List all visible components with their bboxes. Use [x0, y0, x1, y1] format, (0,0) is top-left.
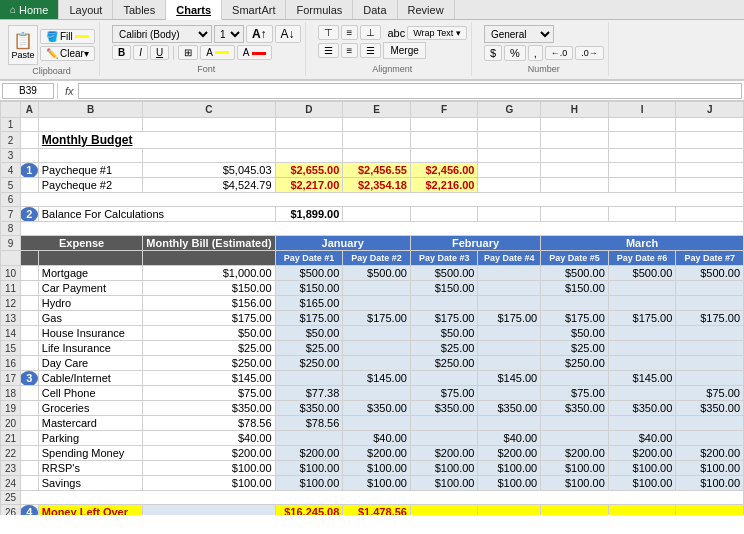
cell-1c[interactable] [143, 118, 275, 132]
cell-11j[interactable] [676, 281, 744, 296]
cell-20e[interactable] [343, 416, 411, 431]
cell-20a[interactable] [20, 416, 38, 431]
merge-button[interactable]: Merge [383, 42, 425, 59]
cell-15j[interactable] [676, 341, 744, 356]
cell-5e[interactable]: $2,354.18 [343, 178, 411, 193]
cell-3f[interactable] [410, 149, 478, 163]
cell-4c[interactable]: $5,045.03 [143, 163, 275, 178]
cell-15e[interactable] [343, 341, 411, 356]
cell-22d[interactable]: $200.00 [275, 446, 343, 461]
cell-24h[interactable]: $100.00 [541, 476, 609, 491]
cell-17f[interactable] [410, 371, 478, 386]
col-header-a[interactable]: A [20, 102, 38, 118]
cell-19j[interactable]: $350.00 [676, 401, 744, 416]
cell-23j[interactable]: $100.00 [676, 461, 744, 476]
cell-20g[interactable] [478, 416, 541, 431]
cell-15f[interactable]: $25.00 [410, 341, 478, 356]
cell-12d[interactable]: $165.00 [275, 296, 343, 311]
cell-1j[interactable] [676, 118, 744, 132]
cell-11i[interactable] [608, 281, 676, 296]
cell-23d[interactable]: $100.00 [275, 461, 343, 476]
cell-3a[interactable] [20, 149, 38, 163]
col-header-c[interactable]: C [143, 102, 275, 118]
align-bottom-button[interactable]: ⊥ [360, 25, 381, 40]
cell-19f[interactable]: $350.00 [410, 401, 478, 416]
cell-14g[interactable] [478, 326, 541, 341]
percent-button[interactable]: % [504, 45, 526, 61]
cell-18b[interactable]: Cell Phone [38, 386, 143, 401]
cell-12i[interactable] [608, 296, 676, 311]
cell-5h[interactable] [541, 178, 609, 193]
cell-10h[interactable]: $500.00 [541, 266, 609, 281]
cell-2j[interactable] [676, 132, 744, 149]
cell-17b[interactable]: Cable/Internet [38, 371, 143, 386]
cell-9-expense[interactable]: Expense [20, 236, 142, 251]
cell-2e[interactable] [343, 132, 411, 149]
cell-16i[interactable] [608, 356, 676, 371]
cell-26i[interactable] [608, 505, 676, 516]
cell-1e[interactable] [343, 118, 411, 132]
cell-3d[interactable] [275, 149, 343, 163]
font-size-select[interactable]: 12 [214, 25, 244, 43]
cell-7i[interactable] [608, 207, 676, 222]
col-header-h[interactable]: H [541, 102, 609, 118]
tab-smartart[interactable]: SmartArt [222, 0, 286, 19]
cell-15a[interactable] [20, 341, 38, 356]
cell-3j[interactable] [676, 149, 744, 163]
cell-7f[interactable] [410, 207, 478, 222]
italic-button[interactable]: I [133, 45, 148, 60]
col-header-e[interactable]: E [343, 102, 411, 118]
cell-13a[interactable] [20, 311, 38, 326]
cell-21a[interactable] [20, 431, 38, 446]
cell-26d[interactable]: $16,245.08 [275, 505, 343, 516]
cell-monthly-budget[interactable]: Monthly Budget [38, 132, 275, 149]
cell-23g[interactable]: $100.00 [478, 461, 541, 476]
cell-17d[interactable] [275, 371, 343, 386]
cell-12c[interactable]: $156.00 [143, 296, 275, 311]
cell-11f[interactable]: $150.00 [410, 281, 478, 296]
cell-10d[interactable]: $500.00 [275, 266, 343, 281]
cell-7e[interactable] [343, 207, 411, 222]
cell-4i[interactable] [608, 163, 676, 178]
cell-1d[interactable] [275, 118, 343, 132]
cell-17e[interactable]: $145.00 [343, 371, 411, 386]
cell-11g[interactable] [478, 281, 541, 296]
cell-24c[interactable]: $100.00 [143, 476, 275, 491]
cell-26e[interactable]: $1,478.56 [343, 505, 411, 516]
cell-4e[interactable]: $2,456.55 [343, 163, 411, 178]
cell-15g[interactable] [478, 341, 541, 356]
cell-11d[interactable]: $150.00 [275, 281, 343, 296]
cell-16a[interactable] [20, 356, 38, 371]
cell-7d[interactable]: $1,899.00 [275, 207, 343, 222]
tab-data[interactable]: Data [353, 0, 397, 19]
cell-4g[interactable] [478, 163, 541, 178]
cell-5g[interactable] [478, 178, 541, 193]
cell-13d[interactable]: $175.00 [275, 311, 343, 326]
col-header-b[interactable]: B [38, 102, 143, 118]
underline-button[interactable]: U [150, 45, 169, 60]
increase-decimal-button[interactable]: .0→ [575, 46, 604, 60]
cell-18h[interactable]: $75.00 [541, 386, 609, 401]
cell-5f[interactable]: $2,216.00 [410, 178, 478, 193]
cell-11e[interactable] [343, 281, 411, 296]
cell-14c[interactable]: $50.00 [143, 326, 275, 341]
cell-10j[interactable]: $500.00 [676, 266, 744, 281]
cell-20b[interactable]: Mastercard [38, 416, 143, 431]
cell-11h[interactable]: $150.00 [541, 281, 609, 296]
cell-18d[interactable]: $77.38 [275, 386, 343, 401]
cell-16e[interactable] [343, 356, 411, 371]
cell-reference-input[interactable] [2, 83, 54, 99]
col-header-j[interactable]: J [676, 102, 744, 118]
font-grow-button[interactable]: A↑ [246, 25, 273, 43]
cell-16j[interactable] [676, 356, 744, 371]
cell-1b[interactable] [38, 118, 143, 132]
cell-21f[interactable] [410, 431, 478, 446]
currency-button[interactable]: $ [484, 45, 502, 61]
cell-17i[interactable]: $145.00 [608, 371, 676, 386]
align-middle-button[interactable]: ≡ [341, 25, 359, 40]
cell-14d[interactable]: $50.00 [275, 326, 343, 341]
cell-17g[interactable]: $145.00 [478, 371, 541, 386]
cell-1a[interactable] [20, 118, 38, 132]
cell-13c[interactable]: $175.00 [143, 311, 275, 326]
cell-1g[interactable] [478, 118, 541, 132]
